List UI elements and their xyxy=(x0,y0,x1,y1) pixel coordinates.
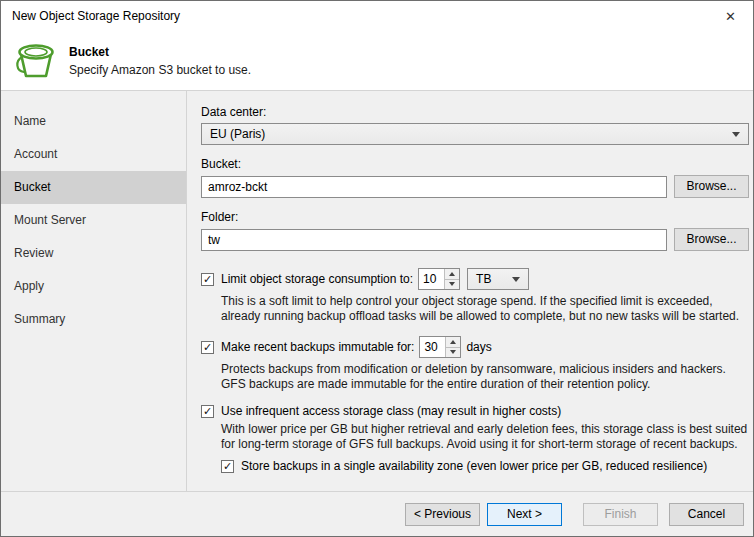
immutable-value-spinner[interactable]: 30 xyxy=(419,336,461,358)
immutable-unit-label: days xyxy=(466,340,491,354)
single-zone-checkbox[interactable]: ✓ xyxy=(221,460,234,473)
datacenter-label: Data center: xyxy=(201,105,749,119)
step-content: Data center: EU (Paris) Bucket: Browse..… xyxy=(187,91,754,491)
limit-consumption-label: Limit object storage consumption to: xyxy=(221,272,413,286)
sidebar-item-apply[interactable]: Apply xyxy=(1,270,186,303)
limit-unit-dropdown[interactable]: TB xyxy=(467,268,529,290)
bucket-icon xyxy=(13,39,59,83)
bucket-browse-button[interactable]: Browse... xyxy=(674,175,749,198)
sidebar-item-review[interactable]: Review xyxy=(1,237,186,270)
wizard-dialog: New Object Storage Repository ✕ Bucket S… xyxy=(0,0,754,537)
window-title: New Object Storage Repository xyxy=(1,9,180,23)
sidebar-item-summary[interactable]: Summary xyxy=(1,303,186,336)
finish-button[interactable]: Finish xyxy=(583,503,658,526)
sidebar-item-bucket[interactable]: Bucket xyxy=(1,171,186,204)
step-subtitle: Specify Amazon S3 bucket to use. xyxy=(69,63,251,77)
sidebar-item-mount-server[interactable]: Mount Server xyxy=(1,204,186,237)
close-icon: ✕ xyxy=(725,9,736,24)
chevron-down-icon xyxy=(732,132,740,137)
folder-label: Folder: xyxy=(201,210,749,224)
infrequent-access-description: With lower price per GB but higher retri… xyxy=(221,422,749,452)
datacenter-selected-value: EU (Paris) xyxy=(210,127,732,141)
infrequent-access-checkbox[interactable]: ✓ xyxy=(201,405,214,418)
chevron-down-icon xyxy=(512,277,520,282)
step-title: Bucket xyxy=(69,45,251,59)
immutable-checkbox[interactable]: ✓ xyxy=(201,341,214,354)
immutable-label: Make recent backups immutable for: xyxy=(221,340,414,354)
folder-input[interactable] xyxy=(201,229,667,251)
title-bar: New Object Storage Repository ✕ xyxy=(1,1,753,31)
wizard-footer: < Previous Next > Finish Cancel xyxy=(1,491,753,537)
sidebar-item-account[interactable]: Account xyxy=(1,138,186,171)
previous-button[interactable]: < Previous xyxy=(405,503,480,526)
spin-up-icon[interactable] xyxy=(445,269,459,280)
limit-value-spinner[interactable]: 10 xyxy=(418,268,460,290)
bucket-input[interactable] xyxy=(201,176,667,198)
sidebar-item-name[interactable]: Name xyxy=(1,105,186,138)
bucket-label: Bucket: xyxy=(201,157,749,171)
main-area: Name Account Bucket Mount Server Review … xyxy=(1,91,753,491)
wizard-header: Bucket Specify Amazon S3 bucket to use. xyxy=(1,31,753,91)
next-button[interactable]: Next > xyxy=(487,503,562,526)
spin-up-icon[interactable] xyxy=(446,337,460,348)
limit-consumption-checkbox[interactable]: ✓ xyxy=(201,273,214,286)
wizard-steps-sidebar: Name Account Bucket Mount Server Review … xyxy=(1,91,187,491)
single-zone-label: Store backups in a single availability z… xyxy=(241,459,707,473)
folder-browse-button[interactable]: Browse... xyxy=(674,228,749,251)
limit-value: 10 xyxy=(419,269,444,289)
immutable-value: 30 xyxy=(420,337,445,357)
spin-down-icon[interactable] xyxy=(445,280,459,290)
infrequent-access-label: Use infrequent access storage class (may… xyxy=(221,404,561,418)
immutable-description: Protects backups from modification or de… xyxy=(221,362,749,392)
header-text-block: Bucket Specify Amazon S3 bucket to use. xyxy=(69,45,251,77)
spin-down-icon[interactable] xyxy=(446,348,460,358)
limit-unit-value: TB xyxy=(476,272,512,286)
cancel-button[interactable]: Cancel xyxy=(669,503,744,526)
limit-description: This is a soft limit to help control you… xyxy=(221,294,749,324)
close-button[interactable]: ✕ xyxy=(708,1,753,31)
datacenter-dropdown[interactable]: EU (Paris) xyxy=(201,123,749,145)
